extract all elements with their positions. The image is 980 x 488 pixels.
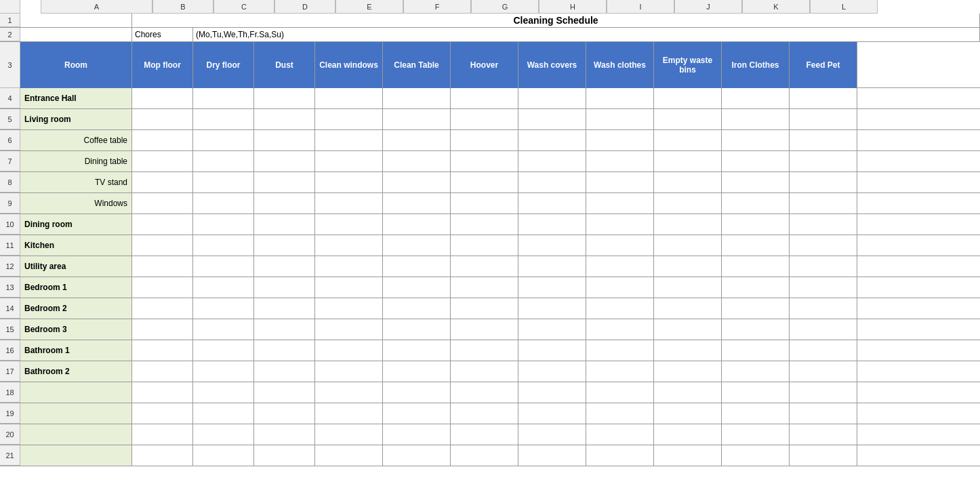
cell-15-e[interactable] bbox=[315, 319, 383, 340]
cell-21-c[interactable] bbox=[193, 445, 254, 466]
cell-8-l[interactable] bbox=[790, 172, 857, 192]
cell-8-d[interactable] bbox=[254, 172, 315, 192]
cell-11-k[interactable] bbox=[722, 235, 790, 256]
cell-7-e[interactable] bbox=[315, 151, 383, 171]
cell-2b[interactable]: Chores bbox=[132, 28, 193, 41]
cell-5-a[interactable]: Living room bbox=[20, 109, 132, 129]
col-header-e[interactable]: E bbox=[335, 0, 403, 13]
cell-15-l[interactable] bbox=[790, 319, 857, 340]
cell-13-f[interactable] bbox=[383, 277, 451, 298]
cell-6-j[interactable] bbox=[654, 130, 722, 150]
cell-9-i[interactable] bbox=[586, 193, 654, 214]
cell-6-i[interactable] bbox=[586, 130, 654, 150]
cell-18-l[interactable] bbox=[790, 382, 857, 403]
cell-6-g[interactable] bbox=[451, 130, 518, 150]
col-header-f[interactable]: F bbox=[403, 0, 471, 13]
cell-17-a[interactable]: Bathroom 2 bbox=[20, 361, 132, 382]
cell-13-i[interactable] bbox=[586, 277, 654, 298]
cell-14-j[interactable] bbox=[654, 298, 722, 319]
cell-10-g[interactable] bbox=[451, 214, 518, 235]
cell-6-l[interactable] bbox=[790, 130, 857, 150]
cell-16-f[interactable] bbox=[383, 340, 451, 361]
cell-10-d[interactable] bbox=[254, 214, 315, 235]
cell-5-d[interactable] bbox=[254, 109, 315, 129]
cell-15-k[interactable] bbox=[722, 319, 790, 340]
col-header-d[interactable]: D bbox=[274, 0, 335, 13]
cell-19-e[interactable] bbox=[315, 403, 383, 424]
cell-21-d[interactable] bbox=[254, 445, 315, 466]
cell-4-k[interactable] bbox=[722, 88, 790, 108]
cell-4-j[interactable] bbox=[654, 88, 722, 108]
cell-6-f[interactable] bbox=[383, 130, 451, 150]
cell-18-g[interactable] bbox=[451, 382, 518, 403]
cell-9-l[interactable] bbox=[790, 193, 857, 214]
cell-17-h[interactable] bbox=[518, 361, 586, 382]
cell-19-g[interactable] bbox=[451, 403, 518, 424]
cell-4-i[interactable] bbox=[586, 88, 654, 108]
col-header-h[interactable]: H bbox=[539, 0, 607, 13]
cell-7-g[interactable] bbox=[451, 151, 518, 171]
col-header-b[interactable]: B bbox=[152, 0, 213, 13]
cell-20-l[interactable] bbox=[790, 424, 857, 445]
cell-17-f[interactable] bbox=[383, 361, 451, 382]
cell-17-j[interactable] bbox=[654, 361, 722, 382]
cell-10-i[interactable] bbox=[586, 214, 654, 235]
cell-11-e[interactable] bbox=[315, 235, 383, 256]
cell-8-f[interactable] bbox=[383, 172, 451, 192]
cell-17-d[interactable] bbox=[254, 361, 315, 382]
cell-20-b[interactable] bbox=[132, 424, 193, 445]
cell-10-h[interactable] bbox=[518, 214, 586, 235]
cell-12-e[interactable] bbox=[315, 256, 383, 277]
cell-14-h[interactable] bbox=[518, 298, 586, 319]
cell-9-b[interactable] bbox=[132, 193, 193, 214]
cell-7-h[interactable] bbox=[518, 151, 586, 171]
cell-6-k[interactable] bbox=[722, 130, 790, 150]
cell-17-e[interactable] bbox=[315, 361, 383, 382]
cell-15-d[interactable] bbox=[254, 319, 315, 340]
cell-8-h[interactable] bbox=[518, 172, 586, 192]
cell-14-k[interactable] bbox=[722, 298, 790, 319]
cell-19-b[interactable] bbox=[132, 403, 193, 424]
cell-14-e[interactable] bbox=[315, 298, 383, 319]
cell-7-k[interactable] bbox=[722, 151, 790, 171]
cell-7-a[interactable]: Dining table bbox=[20, 151, 132, 171]
cell-13-c[interactable] bbox=[193, 277, 254, 298]
cell-8-c[interactable] bbox=[193, 172, 254, 192]
cell-12-g[interactable] bbox=[451, 256, 518, 277]
cell-11-a[interactable]: Kitchen bbox=[20, 235, 132, 256]
cell-15-f[interactable] bbox=[383, 319, 451, 340]
cell-19-j[interactable] bbox=[654, 403, 722, 424]
cell-9-h[interactable] bbox=[518, 193, 586, 214]
cell-10-b[interactable] bbox=[132, 214, 193, 235]
cell-10-j[interactable] bbox=[654, 214, 722, 235]
cell-6-a[interactable]: Coffee table bbox=[20, 130, 132, 150]
cell-7-i[interactable] bbox=[586, 151, 654, 171]
cell-10-f[interactable] bbox=[383, 214, 451, 235]
cell-19-d[interactable] bbox=[254, 403, 315, 424]
cell-5-g[interactable] bbox=[451, 109, 518, 129]
cell-14-c[interactable] bbox=[193, 298, 254, 319]
cell-17-k[interactable] bbox=[722, 361, 790, 382]
cell-10-c[interactable] bbox=[193, 214, 254, 235]
cell-13-b[interactable] bbox=[132, 277, 193, 298]
cell-13-g[interactable] bbox=[451, 277, 518, 298]
cell-18-j[interactable] bbox=[654, 382, 722, 403]
cell-11-b[interactable] bbox=[132, 235, 193, 256]
cell-19-i[interactable] bbox=[586, 403, 654, 424]
cell-17-g[interactable] bbox=[451, 361, 518, 382]
cell-21-a[interactable] bbox=[20, 445, 132, 466]
cell-15-c[interactable] bbox=[193, 319, 254, 340]
cell-20-g[interactable] bbox=[451, 424, 518, 445]
cell-13-h[interactable] bbox=[518, 277, 586, 298]
cell-14-l[interactable] bbox=[790, 298, 857, 319]
cell-20-h[interactable] bbox=[518, 424, 586, 445]
cell-8-g[interactable] bbox=[451, 172, 518, 192]
cell-14-a[interactable]: Bedroom 2 bbox=[20, 298, 132, 319]
cell-7-l[interactable] bbox=[790, 151, 857, 171]
cell-9-c[interactable] bbox=[193, 193, 254, 214]
cell-2c-merged[interactable]: (Mo,Tu,We,Th,Fr.Sa,Su) bbox=[193, 28, 980, 41]
cell-12-k[interactable] bbox=[722, 256, 790, 277]
cell-11-c[interactable] bbox=[193, 235, 254, 256]
cell-18-b[interactable] bbox=[132, 382, 193, 403]
cell-19-h[interactable] bbox=[518, 403, 586, 424]
